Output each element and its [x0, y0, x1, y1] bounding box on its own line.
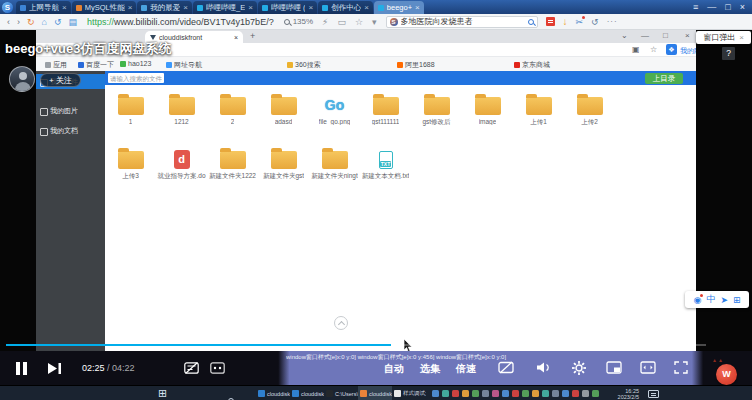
file-item[interactable]: image [462, 89, 513, 139]
bookmark-star-icon[interactable]: ☆ [355, 17, 363, 27]
taskbar-task-button[interactable]: C:\Users\Ad... [324, 386, 358, 400]
floating-toolbar[interactable]: ◉ 中 ➤ ⊞ [685, 291, 749, 308]
browser-tab[interactable]: 哔哩哔哩 (× [258, 1, 317, 14]
tab-close-icon[interactable]: × [183, 3, 188, 12]
file-item[interactable]: 新建文件夹ningt [309, 143, 360, 193]
browser-tab[interactable]: 创作中心× [318, 1, 373, 14]
subtitle-off-icon[interactable] [498, 361, 514, 374]
tray-icon[interactable] [502, 390, 509, 397]
tray-icon[interactable] [432, 390, 439, 397]
taskbar-task-button[interactable]: clouddiskfr... [358, 386, 392, 400]
favorites-icon[interactable] [546, 17, 555, 26]
uploader-avatar[interactable] [9, 66, 35, 92]
back-icon[interactable]: ‹ [7, 17, 10, 27]
reader-mode-icon[interactable]: ▤ [69, 17, 78, 27]
quality-auto-button[interactable]: 自动 [384, 362, 404, 376]
file-item[interactable]: 新建文件夹1222 [207, 143, 258, 193]
tray-icon[interactable] [592, 390, 599, 397]
chevron-down-icon[interactable]: ▾ [372, 17, 377, 27]
refresh-icon[interactable]: ↻ [27, 17, 35, 27]
browser-tab[interactable]: 哔哩哔哩_E× [193, 1, 257, 14]
minimize-icon[interactable]: — [707, 2, 716, 12]
file-item[interactable]: d就业指导方案.do [156, 143, 207, 193]
tray-icon[interactable] [582, 390, 589, 397]
pause-button[interactable] [16, 362, 27, 375]
flash-icon[interactable]: ⚡ [322, 17, 328, 27]
tray-icon[interactable] [462, 390, 469, 397]
forward-icon[interactable]: › [17, 17, 20, 27]
widescreen-icon[interactable] [640, 361, 656, 374]
tab-close-icon[interactable]: × [415, 3, 420, 12]
tab-close-icon[interactable]: × [308, 3, 313, 12]
file-item[interactable]: 上传1 [513, 89, 564, 139]
fullscreen-icon[interactable] [674, 361, 688, 374]
file-item[interactable]: TXT新建文本文档.txt [360, 143, 411, 193]
next-button[interactable] [48, 363, 61, 374]
more-menu-icon[interactable]: ··· [607, 17, 618, 26]
danmaku-toggle-icon[interactable] [184, 362, 199, 374]
notification-center-icon[interactable] [648, 390, 659, 398]
tab-close-icon[interactable]: × [128, 3, 133, 12]
file-item[interactable]: adasd [258, 89, 309, 139]
home-icon[interactable]: ⌂ [42, 17, 47, 27]
translate-icon[interactable]: 中 [706, 293, 715, 306]
file-item[interactable]: 1 [105, 89, 156, 139]
close-icon[interactable]: × [740, 2, 745, 12]
menu-icon[interactable]: ≡ [693, 2, 698, 12]
sogou-logo-icon[interactable]: S [2, 2, 13, 13]
tray-icon[interactable] [542, 390, 549, 397]
help-icon[interactable]: ? [722, 47, 735, 60]
tray-icon[interactable] [572, 390, 579, 397]
browser-tab[interactable]: beego+× [374, 1, 424, 14]
start-button-icon[interactable]: ⊞ [158, 386, 167, 400]
tray-icon[interactable] [522, 390, 529, 397]
tray-icon[interactable] [532, 390, 539, 397]
tab-close-icon[interactable]: × [62, 3, 67, 12]
video-content[interactable]: clouddiskfront × + ⌄ — □ × ▣ ☆ ❖ 我的网盘 应用… [36, 30, 696, 352]
screen-capture-icon[interactable]: ◉ [694, 295, 702, 305]
danmaku-settings-icon[interactable] [210, 362, 225, 374]
tray-icon[interactable] [482, 390, 489, 397]
tooltip-close-icon[interactable]: × [739, 33, 744, 42]
browser-tab[interactable]: 我的最爱× [137, 1, 192, 14]
search-icon[interactable] [528, 19, 534, 25]
browser-tab[interactable]: 上网导航× [16, 1, 71, 14]
settings-gear-icon[interactable] [572, 361, 586, 375]
file-item[interactable]: gst111111 [360, 89, 411, 139]
tab-close-icon[interactable]: × [364, 3, 369, 12]
tray-icon[interactable] [472, 390, 479, 397]
progress-bar[interactable] [6, 344, 706, 346]
file-item[interactable]: 上传2 [564, 89, 615, 139]
pointer-icon[interactable]: ➤ [720, 295, 728, 305]
grid-icon[interactable]: ⊞ [733, 295, 741, 305]
episodes-button[interactable]: 选集 [420, 362, 440, 376]
snapshot-icon[interactable]: ▭ [337, 17, 346, 27]
speed-button[interactable]: 倍速 [456, 362, 476, 376]
tray-icon[interactable] [492, 390, 499, 397]
taskbar-task-button[interactable]: 样式调试大... [392, 386, 426, 400]
browser-tab[interactable]: MySQL性能× [72, 1, 137, 14]
tab-close-icon[interactable]: × [248, 3, 253, 12]
tray-icon[interactable] [512, 390, 519, 397]
file-item[interactable]: 新建文件夹gst [258, 143, 309, 193]
maximize-icon[interactable]: □ [725, 2, 730, 12]
taskbar-task-button[interactable]: clouddiske... [256, 386, 290, 400]
search-input[interactable]: S 多地医院向发烧患者 [386, 16, 538, 28]
follow-button[interactable]: + 关注 [40, 73, 81, 87]
volume-icon[interactable] [536, 361, 551, 374]
taskbar-search-icon[interactable] [228, 390, 234, 400]
taskbar-clock[interactable]: 16:25 2023/2/5 [601, 388, 639, 400]
tray-icon[interactable] [562, 390, 569, 397]
popup-blocked-tooltip[interactable]: 窗口弹出× [696, 31, 751, 44]
mini-player-icon[interactable] [606, 361, 622, 374]
tray-icon[interactable] [442, 390, 449, 397]
file-item[interactable]: Gofile_go.png [309, 89, 360, 139]
file-item[interactable]: 1212 [156, 89, 207, 139]
file-item[interactable]: gst修改后 [411, 89, 462, 139]
tray-icon[interactable] [452, 390, 459, 397]
video-viewport[interactable]: clouddiskfront × + ⌄ — □ × ▣ ☆ ❖ 我的网盘 应用… [0, 30, 752, 385]
address-bar[interactable]: https://www.bilibili.com/video/BV1Tv4y1b… [87, 17, 274, 27]
taskbar-task-button[interactable]: clouddiskfr... [290, 386, 324, 400]
floating-widget-icon[interactable]: W [716, 364, 737, 385]
clock-history-icon[interactable]: ↺ [591, 17, 599, 27]
